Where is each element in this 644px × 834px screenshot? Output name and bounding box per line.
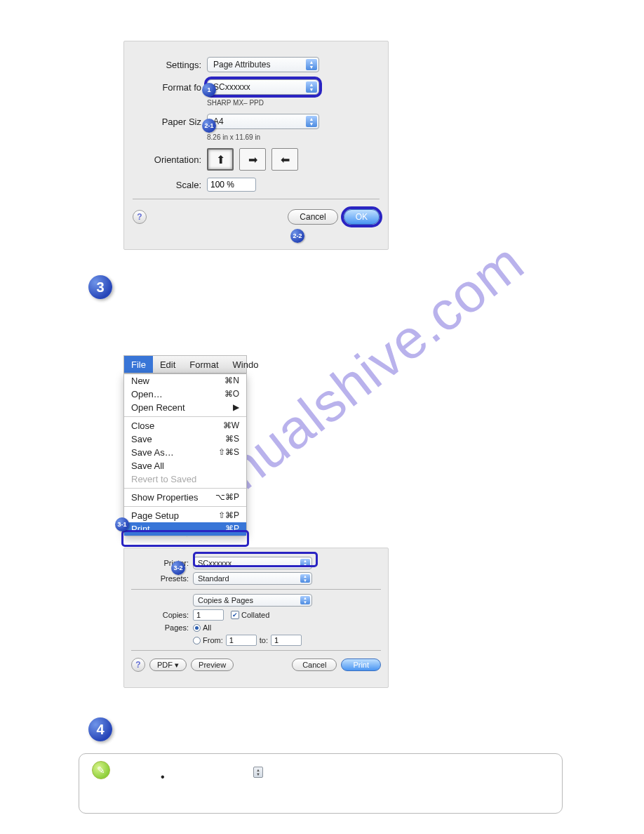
cancel-button[interactable]: Cancel xyxy=(292,658,337,671)
settings-select[interactable]: Page Attributes ▲▼ xyxy=(207,57,319,72)
callout-3-2: 3-2 xyxy=(171,561,185,575)
callout-1: 1 xyxy=(202,83,216,97)
menu-item-close[interactable]: Close⌘W xyxy=(124,419,246,432)
print-menu-highlight xyxy=(121,530,249,547)
copies-input[interactable] xyxy=(193,609,224,621)
updown-icon: ▲▼ xyxy=(300,574,310,583)
updown-icon: ▲▼ xyxy=(306,116,317,127)
updown-icon: ▲▼ xyxy=(300,596,310,604)
landscape-icon: ➡ xyxy=(248,153,257,166)
tip-icon: ✎ xyxy=(92,761,110,779)
menu-window[interactable]: Windo xyxy=(226,356,266,373)
copies-label: Copies: xyxy=(124,611,189,619)
menu-item-new[interactable]: New⌘N xyxy=(124,374,246,388)
callout-3-1: 3-1 xyxy=(115,517,129,531)
menu-item-open-recent[interactable]: Open Recent▶ xyxy=(124,401,246,414)
landscape-rev-icon: ⬅ xyxy=(281,153,290,166)
help-button[interactable]: ? xyxy=(131,658,145,672)
settings-label: Settings: xyxy=(124,60,201,70)
presets-value: Standard xyxy=(198,574,229,583)
scale-input[interactable] xyxy=(207,178,256,192)
menu-file[interactable]: File xyxy=(124,356,153,373)
pages-to-label: to: xyxy=(260,636,268,644)
updown-icon: ▲▼ xyxy=(253,767,263,778)
format-for-select[interactable]: SCxxxxxx ▲▼ xyxy=(207,79,319,95)
menu-item-save-all[interactable]: Save All xyxy=(124,459,246,472)
pages-label: Pages: xyxy=(124,623,189,632)
pane-value: Copies & Pages xyxy=(198,596,253,604)
pane-select[interactable]: Copies & Pages ▲▼ xyxy=(193,594,312,607)
bullet-icon: • xyxy=(161,771,165,783)
step-4-bubble: 4 xyxy=(88,717,112,741)
ok-button[interactable]: OK xyxy=(344,209,380,225)
presets-select[interactable]: Standard ▲▼ xyxy=(193,572,312,585)
menu-item-page-setup[interactable]: Page Setup⇧⌘P xyxy=(124,509,246,522)
presets-label: Presets: xyxy=(124,574,189,583)
pages-from-label: From: xyxy=(203,636,223,644)
pages-all-radio[interactable] xyxy=(193,624,201,632)
info-box: ✎ • ▲▼ xyxy=(79,753,563,814)
updown-icon: ▲▼ xyxy=(306,59,317,70)
pages-from-radio[interactable] xyxy=(193,637,201,644)
paper-size-label: Paper Siz xyxy=(124,117,201,127)
help-button[interactable]: ? xyxy=(133,210,147,224)
orientation-landscape-right[interactable]: ⬅ xyxy=(271,148,298,171)
from-input[interactable] xyxy=(226,635,257,646)
menu-format[interactable]: Format xyxy=(182,356,225,373)
print-dialog: Printer: SCxxxxxx ▲▼ Presets: Standard ▲… xyxy=(123,548,389,688)
menu-item-open[interactable]: Open…⌘O xyxy=(124,388,246,401)
menu-item-save-as[interactable]: Save As…⇧⌘S xyxy=(124,446,246,459)
pages-all-label: All xyxy=(203,623,211,632)
paper-size-select[interactable]: A4 ▲▼ xyxy=(207,114,319,129)
printer-driver-text: SHARP MX– PPD xyxy=(207,99,388,107)
scale-label: Scale: xyxy=(124,180,201,190)
format-for-label: Format fo xyxy=(124,82,201,93)
cancel-button[interactable]: Cancel xyxy=(288,209,337,225)
file-menu-dropdown: New⌘N Open…⌘O Open Recent▶ Close⌘W Save⌘… xyxy=(123,373,247,536)
menu-item-revert: Revert to Saved xyxy=(124,472,246,486)
page-setup-dialog: Settings: Page Attributes ▲▼ Format fo S… xyxy=(123,41,389,250)
printer-select-highlight xyxy=(193,552,318,567)
format-for-value: SCxxxxxx xyxy=(213,82,250,92)
collated-checkbox[interactable]: ✔ xyxy=(231,611,239,619)
orientation-landscape-left[interactable]: ➡ xyxy=(239,148,266,171)
menu-item-save[interactable]: Save⌘S xyxy=(124,432,246,446)
collated-label: Collated xyxy=(241,611,269,619)
paper-dim-text: 8.26 in x 11.69 in xyxy=(207,133,388,141)
updown-icon: ▲▼ xyxy=(306,81,317,93)
to-input[interactable] xyxy=(271,635,302,646)
preview-button[interactable]: Preview xyxy=(191,658,234,671)
callout-2-2: 2-2 xyxy=(290,229,304,243)
step-3-bubble: 3 xyxy=(88,275,112,299)
pdf-button[interactable]: PDF ▾ xyxy=(149,658,187,671)
portrait-icon: ⬆ xyxy=(216,153,225,166)
callout-2-1: 2-1 xyxy=(202,119,216,133)
orientation-label: Orientation: xyxy=(124,154,201,165)
menubar: File Edit Format Windo xyxy=(123,355,247,373)
settings-value: Page Attributes xyxy=(213,60,270,70)
menu-item-show-properties[interactable]: Show Properties⌥⌘P xyxy=(124,491,246,504)
menu-edit[interactable]: Edit xyxy=(153,356,182,373)
orientation-portrait[interactable]: ⬆ xyxy=(207,148,234,171)
print-button[interactable]: Print xyxy=(341,658,381,671)
